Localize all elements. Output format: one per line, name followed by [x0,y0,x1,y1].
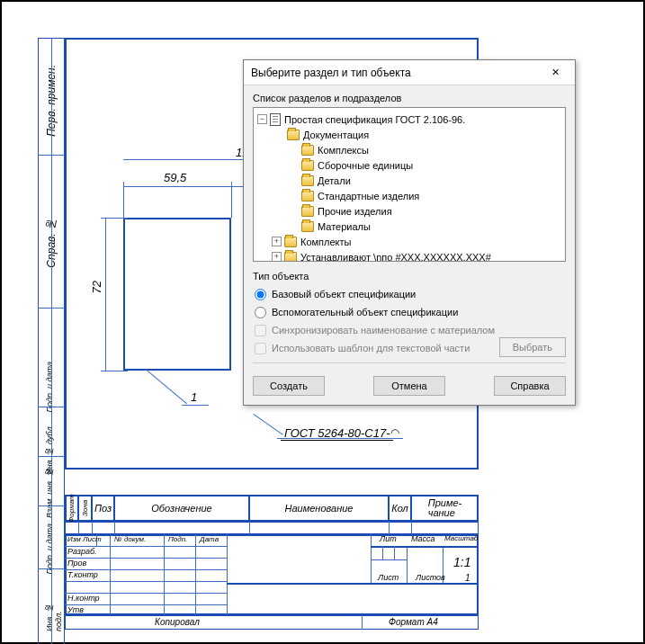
hdr-naim: Наименование [249,495,389,522]
folder-icon [284,237,297,247]
tree-item[interactable]: Детали [257,173,561,188]
tree-item[interactable]: Материалы [257,219,561,234]
stamp-lit: Лит [380,534,397,543]
hdr-prim: Приме- чание [411,495,479,522]
tree-item[interactable]: Комплексы [257,142,561,157]
check-template-input [255,343,266,354]
create-button[interactable]: Создать [253,376,325,396]
side-vzam: Взам. инв. № [45,468,54,518]
stamp-nkontr: Н.контр [67,594,100,603]
stamp-format-a4: Формат A4 [389,617,438,627]
radio-aux-input[interactable] [255,307,266,318]
hdr-poz: Поз [92,495,114,522]
section-tree[interactable]: − Простая спецификация ГОСТ 2.106-96. До… [253,107,566,262]
help-button[interactable]: Справка [494,376,566,396]
folder-icon [301,160,314,171]
stamp-list: Лист [378,573,399,582]
stamp-razrab: Разраб. [67,547,97,556]
folder-icon [284,252,297,263]
expand-icon[interactable]: + [272,252,282,262]
stamp-ndokum: № докум. [114,535,146,543]
side-inv-podl: Инв. № подл. [45,586,63,631]
list-label: Список разделов и подразделов [253,93,566,103]
stamp-massa: Масса [411,534,435,543]
stamp-utv: Утв [67,605,84,614]
stamp-one: 1 [465,573,470,583]
leader-1: 1 [191,390,197,404]
close-button[interactable]: ✕ [542,64,568,82]
tree-item[interactable]: Документация [257,127,561,142]
cancel-button[interactable]: Отмена [373,376,445,396]
hdr-zona: Зона [78,495,92,522]
expand-icon[interactable]: + [272,237,282,246]
stamp-podp: Подп. [168,535,187,543]
tree-root[interactable]: − Простая спецификация ГОСТ 2.106-96. [257,112,561,127]
hdr-oboz: Обозначение [114,495,249,522]
dim-72: 72 [90,281,103,293]
radio-aux[interactable]: Вспомогательный объект спецификации [253,303,566,321]
select-section-dialog: Выберите раздел и тип объекта ✕ Список р… [243,59,576,406]
check-sync: Синхронизировать наименование с материал… [253,321,566,339]
folder-icon [301,221,314,232]
folder-icon [301,145,314,156]
document-frame: Перв. примен. Справ. № Подп. и дата Инв.… [0,0,645,644]
side-podp: Подп. и дата [45,362,54,412]
dim-59-5: 59,5 [164,171,186,184]
divider [253,362,566,363]
stamp-mashtab: Масштаб [444,534,478,542]
radio-base-input[interactable] [255,289,266,300]
stamp-izm: Изм Лист [67,535,102,543]
hdr-format: Формат [65,495,78,522]
tree-item[interactable]: Сборочные единицы [257,157,561,173]
side-podp2: Подп. и дата [45,523,54,574]
stamp-prov: Пров [67,559,86,568]
doc-icon [270,113,281,126]
tree-item[interactable]: +Комплекты [257,234,561,249]
tree-item[interactable]: +Устанавливают \nпо #XXX.XXXXXX.XXX# [257,249,561,262]
dialog-title: Выберите раздел и тип объекта [251,67,542,79]
radio-base[interactable]: Базовый объект спецификации [253,285,566,303]
type-label: Тип объекта [253,271,566,282]
stamp-data: Дата [200,535,219,543]
stamp-tkontr: Т.контр [67,570,98,579]
weld-symbol: ◠ [390,426,399,439]
stamp-scale: 1:1 [453,555,470,569]
stamp-kopiroval: Копировал [155,617,200,627]
check-sync-input [255,325,266,336]
folder-icon [301,175,314,186]
hdr-kol: Кол [389,495,411,522]
folder-icon [287,130,300,140]
tree-item[interactable]: Прочие изделия [257,203,561,219]
tree-label: Простая спецификация ГОСТ 2.106-96. [284,114,465,125]
collapse-icon[interactable]: − [257,114,267,124]
folder-icon [301,206,314,217]
stamp-listov: Листов [416,573,445,582]
folder-icon [301,191,314,201]
dialog-titlebar[interactable]: Выберите раздел и тип объекта ✕ [244,60,575,85]
tree-item[interactable]: Стандартные изделия [257,188,561,203]
select-button: Выбрать [499,337,566,357]
